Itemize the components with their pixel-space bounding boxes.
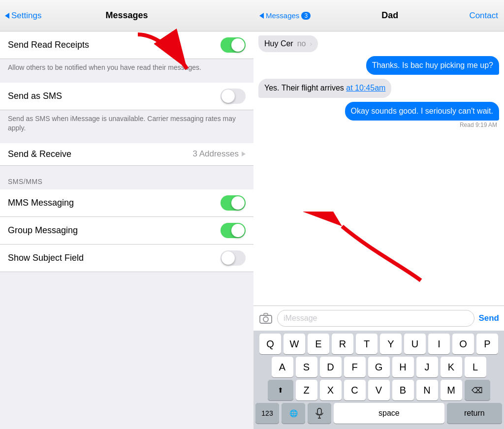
key-w[interactable]: W (284, 334, 305, 354)
old-message-detail: no (297, 39, 306, 48)
send-as-sms-row: Send as SMS (0, 83, 253, 110)
key-a[interactable]: A (272, 357, 293, 377)
message-placeholder: iMessage (284, 314, 317, 323)
mms-messaging-label: MMS Messaging (8, 198, 74, 208)
old-message-row: Huy Cer no › (258, 35, 499, 52)
old-message-bubble: Huy Cer no › (258, 35, 318, 52)
keyboard-row-2: A S D F G H J K L (255, 357, 502, 377)
message-bubble-outgoing-1: Thanks. Is bac huy picking me up? (366, 56, 499, 75)
key-v[interactable]: V (368, 380, 390, 400)
svg-point-2 (263, 317, 268, 322)
sms-section-header: SMS/MMS (0, 166, 253, 189)
key-y[interactable]: Y (380, 334, 402, 354)
contact-button[interactable]: Contact (469, 11, 498, 21)
mms-messaging-row: MMS Messaging (0, 189, 253, 217)
key-r[interactable]: R (332, 334, 353, 354)
messages-back-chevron (259, 13, 264, 19)
key-h[interactable]: H (392, 357, 414, 377)
key-c[interactable]: C (344, 380, 366, 400)
key-m[interactable]: M (441, 380, 462, 400)
keyboard-row-3: ⬆ Z X C V B N M ⌫ (255, 380, 502, 400)
message-row-2: Yes. Their flight arrives at 10:45am (258, 79, 499, 97)
svg-rect-4 (317, 408, 321, 415)
key-l[interactable]: L (465, 357, 486, 377)
send-read-receipts-label: Send Read Receipts (8, 40, 89, 50)
settings-content: Send Read Receipts Allow others to be no… (0, 31, 253, 429)
key-f[interactable]: F (344, 357, 366, 377)
show-subject-field-row: Show Subject Field (0, 245, 253, 272)
old-message-text: Huy Cer (264, 39, 293, 48)
send-receive-label: Send & Receive (8, 149, 71, 159)
messages-contact-name: Dad (381, 10, 398, 21)
key-q[interactable]: Q (259, 334, 281, 354)
settings-back-label: Settings (11, 11, 41, 21)
key-j[interactable]: J (416, 357, 438, 377)
key-b[interactable]: B (392, 380, 414, 400)
key-t[interactable]: T (356, 334, 378, 354)
num-key[interactable]: 123 (255, 403, 279, 424)
send-as-sms-toggle[interactable] (220, 89, 246, 104)
group-messaging-toggle[interactable] (220, 223, 246, 238)
mic-key[interactable] (308, 403, 331, 424)
toggle-knob (231, 196, 245, 210)
messages-back-count: 3 (301, 12, 311, 20)
key-o[interactable]: O (452, 334, 474, 354)
key-i[interactable]: I (428, 334, 450, 354)
key-x[interactable]: X (320, 380, 342, 400)
settings-title: Messages (105, 10, 148, 21)
key-e[interactable]: E (308, 334, 329, 354)
toggle-knob (231, 224, 245, 237)
message-row-3: Okay sounds good. I seriously can't wait… (258, 102, 499, 128)
messages-back-button[interactable]: Messages 3 (259, 11, 311, 20)
show-subject-field-label: Show Subject Field (8, 253, 84, 263)
send-as-sms-description: Send as SMS when iMessage is unavailable… (0, 110, 253, 139)
keyboard-row-1: Q W E R T Y U I O P (255, 334, 502, 354)
message-row-1: Thanks. Is bac huy picking me up? (258, 56, 499, 75)
send-button[interactable]: Send (478, 313, 499, 323)
toggle-knob (221, 251, 235, 265)
key-p[interactable]: P (476, 334, 498, 354)
toggle-knob (221, 90, 235, 103)
messages-header: Messages 3 Dad Contact (253, 0, 504, 31)
key-g[interactable]: G (368, 357, 390, 377)
delete-key[interactable]: ⌫ (465, 380, 490, 400)
shift-key[interactable]: ⬆ (268, 380, 293, 400)
chevron-left-icon (5, 13, 9, 19)
send-receive-detail: 3 Addresses (192, 149, 246, 159)
send-receive-row[interactable]: Send & Receive 3 Addresses (0, 143, 253, 166)
key-u[interactable]: U (404, 334, 426, 354)
message-link[interactable]: at 10:45am (346, 84, 385, 92)
key-k[interactable]: K (441, 357, 462, 377)
globe-key[interactable]: 🌐 (282, 403, 305, 424)
send-as-sms-label: Send as SMS (8, 91, 62, 101)
settings-back-button[interactable]: Settings (5, 11, 41, 21)
message-bubble-outgoing-3: Okay sounds good. I seriously can't wait… (345, 102, 499, 121)
message-input-area: iMessage Send (253, 306, 504, 331)
camera-icon[interactable] (258, 311, 273, 326)
group-messaging-label: Group Messaging (8, 225, 78, 236)
message-text-before: Yes. Their flight arrives (264, 84, 346, 92)
keyboard: Q W E R T Y U I O P A S D F G H J K (253, 331, 504, 429)
space-key[interactable]: space (334, 403, 444, 424)
messages-back-label: Messages (266, 11, 299, 20)
message-input[interactable]: iMessage (277, 310, 474, 327)
message-bubble-incoming-2: Yes. Their flight arrives at 10:45am (258, 79, 391, 97)
keyboard-bottom-row: 123 🌐 space return (255, 403, 502, 424)
key-d[interactable]: D (320, 357, 342, 377)
send-read-receipts-description: Allow others to be notified when you hav… (0, 59, 253, 79)
settings-header: Settings Messages (0, 0, 253, 31)
mms-messaging-toggle[interactable] (220, 195, 246, 211)
toggle-knob (231, 38, 245, 52)
group-messaging-row: Group Messaging (0, 217, 253, 245)
key-z[interactable]: Z (296, 380, 317, 400)
return-key[interactable]: return (447, 403, 502, 424)
key-n[interactable]: N (416, 380, 438, 400)
stub-chevron-icon: › (310, 40, 312, 48)
read-status: Read 9:19 AM (460, 122, 499, 128)
send-read-receipts-row: Send Read Receipts (0, 31, 253, 59)
key-s[interactable]: S (296, 357, 317, 377)
messages-content: Huy Cer no › Thanks. Is bac huy picking … (253, 31, 504, 306)
send-read-receipts-toggle[interactable] (220, 37, 246, 53)
svg-rect-3 (264, 313, 268, 315)
show-subject-field-toggle[interactable] (220, 250, 246, 266)
